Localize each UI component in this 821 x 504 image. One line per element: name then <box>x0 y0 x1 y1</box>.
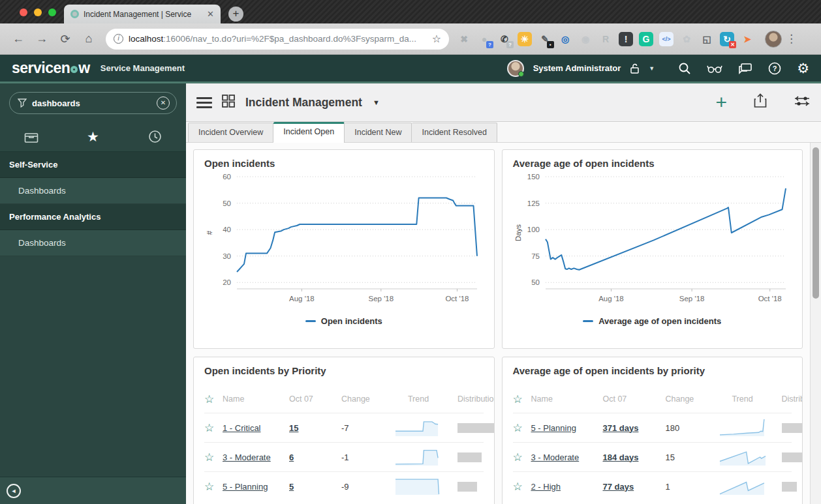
code-extension-icon[interactable]: </> <box>659 32 674 46</box>
navigator-search-input[interactable] <box>32 98 151 108</box>
home-button[interactable]: ⌂ <box>77 32 101 46</box>
sidebar-item-dashboards[interactable]: Dashboards <box>0 178 186 204</box>
chart-legend: Open incidents <box>204 316 484 326</box>
history-tab[interactable] <box>124 130 186 143</box>
sidebar-section-self-service[interactable]: Self-Service <box>0 152 186 178</box>
content-scrollbar[interactable] <box>810 143 821 504</box>
browser-tab[interactable]: Incident Management | Service ✕ <box>64 5 221 23</box>
user-menu-caret-icon[interactable]: ▼ <box>649 65 655 72</box>
trend-sparkline <box>719 418 766 437</box>
sidebar-item-dashboards[interactable]: Dashboards <box>0 230 186 256</box>
forward-button[interactable]: → <box>30 32 54 46</box>
change-cell: 15 <box>666 452 704 462</box>
sun-extension-icon[interactable]: ☀ <box>518 32 532 46</box>
ring-extension-icon[interactable]: ◎ <box>558 32 572 46</box>
lightbulb-extension-icon[interactable]: ! <box>619 32 633 46</box>
user-name[interactable]: System Administrator <box>533 63 621 73</box>
indicator-link[interactable]: 3 - Moderate <box>223 452 271 462</box>
indicator-link[interactable]: 5 - Planning <box>531 423 576 433</box>
share-button[interactable] <box>753 93 767 111</box>
clear-search-icon[interactable]: ✕ <box>157 96 170 110</box>
dashboard-settings-sliders-icon[interactable] <box>794 94 811 111</box>
average-age-line-chart[interactable]: 5075100125150Aug '18Sep '18Oct '18Days <box>513 171 792 308</box>
trend-sparkline <box>719 477 766 496</box>
dashboard-picker-caret-icon[interactable]: ▼ <box>373 98 380 106</box>
favorite-row-star-icon[interactable]: ☆ <box>204 421 223 435</box>
add-widget-button[interactable]: + <box>715 94 727 111</box>
dot-extension-icon[interactable]: ◉ <box>578 32 593 46</box>
favorite-row-star-icon[interactable]: ☆ <box>513 480 531 494</box>
indicator-link[interactable]: 1 - Critical <box>223 423 261 433</box>
eyedropper-extension-icon[interactable]: ✎▪ <box>538 32 552 46</box>
window-zoom-button[interactable] <box>48 8 56 16</box>
tab-incident-overview[interactable]: Incident Overview <box>188 123 273 142</box>
dashboard-list-icon[interactable] <box>196 97 212 108</box>
address-bar[interactable]: i localhost:16006/nav_to.do?uri=%2F$pa_d… <box>106 29 449 50</box>
page-info-icon[interactable]: i <box>114 34 123 44</box>
unlock-icon[interactable] <box>630 63 640 74</box>
rocket-extension-icon[interactable]: ➤ <box>740 32 754 46</box>
tab-incident-new[interactable]: Incident New <box>345 123 412 142</box>
indicator-link[interactable]: 5 - Planning <box>223 482 268 492</box>
eyedropper-extension-icon-badge: ▪ <box>547 41 554 48</box>
indicator-link[interactable]: 3 - Moderate <box>531 452 580 462</box>
cast-icon[interactable]: ◱ <box>700 32 714 46</box>
all-applications-tab[interactable] <box>0 130 62 143</box>
chat-icon[interactable] <box>738 63 752 74</box>
bookmark-star-icon[interactable]: ☆ <box>432 33 441 45</box>
collapse-navigator-icon[interactable]: ◄ <box>7 484 21 498</box>
sidebar-section-performance-analytics[interactable]: Performance Analytics <box>0 204 186 230</box>
navigator-search-field[interactable]: ✕ <box>9 92 177 114</box>
tab-close-icon[interactable]: ✕ <box>207 9 214 19</box>
impersonate-glasses-icon[interactable] <box>707 63 722 74</box>
indicator-name-cell: 5 - Planning <box>223 482 289 492</box>
favorite-row-star-icon[interactable]: ☆ <box>204 480 223 494</box>
browser-profile-avatar[interactable] <box>765 31 782 48</box>
dashboard-grid-icon[interactable] <box>221 94 236 111</box>
scrollbar-thumb[interactable] <box>813 147 819 299</box>
url-text: localhost:16006/nav_to.do?uri=%2F$pa_das… <box>129 34 427 44</box>
extensions-row: ✖●?✆?☀✎▪◎◉R!G</>✿◱↻✕➤ <box>457 32 754 46</box>
settings-gear-icon[interactable]: ⚙ <box>797 62 809 75</box>
value-link[interactable]: 77 days <box>603 482 634 492</box>
flower-extension-icon[interactable]: ✿ <box>679 32 694 46</box>
sync-extension-icon[interactable]: ↻✕ <box>720 32 734 46</box>
servicenow-logo: servicenw <box>12 59 90 77</box>
favorites-tab[interactable]: ★ <box>62 129 124 145</box>
user-avatar[interactable] <box>507 60 524 77</box>
favorite-row-star-icon[interactable]: ☆ <box>204 451 223 464</box>
value-link[interactable]: 5 <box>289 482 294 492</box>
reload-button[interactable]: ⟳ <box>54 32 77 46</box>
value-link[interactable]: 15 <box>289 423 298 433</box>
legend-swatch <box>305 320 316 322</box>
value-link[interactable]: 184 days <box>603 452 639 462</box>
svg-text:Aug '18: Aug '18 <box>289 295 315 303</box>
tab-incident-open[interactable]: Incident Open <box>273 122 345 143</box>
favorite-row-star-icon[interactable]: ☆ <box>513 451 531 464</box>
phone-extension-icon[interactable]: ✆? <box>497 32 512 46</box>
window-minimize-button[interactable] <box>34 8 42 16</box>
indicator-link[interactable]: 2 - High <box>531 482 561 492</box>
tab-incident-resolved[interactable]: Incident Resolved <box>412 123 497 142</box>
table-row: ☆1 - Critical15-7 <box>204 413 484 442</box>
grammarly-extension-icon[interactable]: G <box>639 32 653 46</box>
window-close-button[interactable] <box>20 8 27 16</box>
column-header-distribution: Distribution <box>782 394 803 404</box>
priority-table: ☆NameOct 07ChangeTrendDistribution☆5 - P… <box>513 385 792 501</box>
trend-sparkline <box>395 418 442 437</box>
table-header-row: ☆NameOct 07ChangeTrendDistribution <box>204 385 484 413</box>
favorite-row-star-icon[interactable]: ☆ <box>513 421 531 435</box>
cross-extension-icon[interactable]: ✖ <box>457 32 471 46</box>
value-link[interactable]: 6 <box>289 452 294 462</box>
global-search-icon[interactable] <box>678 62 691 75</box>
new-tab-button[interactable]: + <box>228 7 243 22</box>
browser-menu-icon[interactable]: ⋮ <box>782 32 801 46</box>
help-icon[interactable]: ? <box>768 62 781 75</box>
value-link[interactable]: 371 days <box>603 423 639 433</box>
help-extension-icon[interactable]: ●? <box>477 32 491 46</box>
open-incidents-line-chart[interactable]: 2030405060Aug '18Sep '18Oct '18# <box>204 171 484 308</box>
r-extension-icon[interactable]: R <box>598 32 613 46</box>
presence-dot <box>518 71 524 77</box>
back-button[interactable]: ← <box>7 32 30 46</box>
distribution-bar <box>457 423 495 433</box>
